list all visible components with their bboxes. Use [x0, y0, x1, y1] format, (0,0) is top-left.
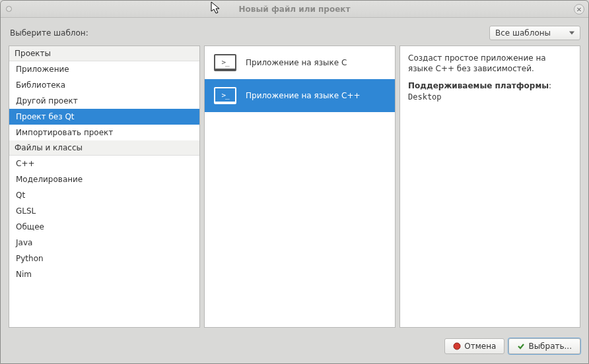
- template-filter-combo[interactable]: Все шаблоны: [489, 26, 580, 40]
- category-panel: Проекты Приложение Библиотека Другой про…: [9, 46, 200, 328]
- close-icon[interactable]: ✕: [574, 4, 584, 15]
- template-item-label: Приложение на языке C++: [246, 91, 361, 100]
- button-row: Отмена Выбрать...: [1, 333, 588, 362]
- description-panel: Создаст простое приложение на языке C++ …: [399, 46, 580, 328]
- terminal-icon: >_: [214, 54, 236, 71]
- terminal-icon: >_: [214, 87, 236, 104]
- top-row: Выберите шаблон: Все шаблоны: [1, 18, 588, 46]
- category-item[interactable]: Моделирование: [9, 171, 199, 187]
- template-item-cpp[interactable]: >_ Приложение на языке C++: [205, 79, 395, 112]
- description-text: Создаст простое приложение на языке C++ …: [408, 53, 572, 74]
- window-title: Новый файл или проект: [1, 5, 588, 14]
- category-group-header-files: Файлы и классы: [9, 140, 199, 156]
- category-item[interactable]: Проект без Qt: [9, 109, 199, 125]
- category-item[interactable]: Qt: [9, 187, 199, 203]
- choose-template-label: Выберите шаблон:: [10, 28, 88, 38]
- svg-point-0: [454, 343, 460, 349]
- cancel-button[interactable]: Отмена: [444, 338, 504, 354]
- ok-icon: [517, 342, 525, 350]
- category-item[interactable]: C++: [9, 156, 199, 171]
- template-filter-value: Все шаблоны: [495, 28, 551, 38]
- category-item[interactable]: Приложение: [9, 61, 199, 77]
- choose-button[interactable]: Выбрать...: [508, 338, 580, 354]
- category-item[interactable]: Импортировать проект: [9, 125, 199, 140]
- category-item[interactable]: Java: [9, 235, 199, 251]
- window-menu-dot[interactable]: [6, 6, 12, 12]
- category-item[interactable]: Общее: [9, 219, 199, 235]
- template-item-label: Приложение на языке C: [246, 58, 347, 67]
- category-item[interactable]: Другой проект: [9, 93, 199, 109]
- mouse-cursor-icon: [211, 1, 223, 16]
- category-item[interactable]: Python: [9, 251, 199, 266]
- category-item[interactable]: Nim: [9, 266, 199, 282]
- stop-icon: [453, 342, 461, 350]
- panels: Проекты Приложение Библиотека Другой про…: [1, 46, 588, 333]
- titlebar: Новый файл или проект ✕: [1, 1, 588, 18]
- template-item-c[interactable]: >_ Приложение на языке C: [205, 46, 395, 79]
- category-item[interactable]: Библиотека: [9, 77, 199, 93]
- template-panel: >_ Приложение на языке C >_ Приложение н…: [204, 46, 396, 328]
- cancel-button-label: Отмена: [464, 342, 496, 351]
- description-platforms: Поддерживаемые платформы: Desktop: [408, 80, 572, 102]
- category-item[interactable]: GLSL: [9, 203, 199, 219]
- category-group-header-projects: Проекты: [9, 46, 199, 61]
- choose-button-label: Выбрать...: [528, 342, 572, 351]
